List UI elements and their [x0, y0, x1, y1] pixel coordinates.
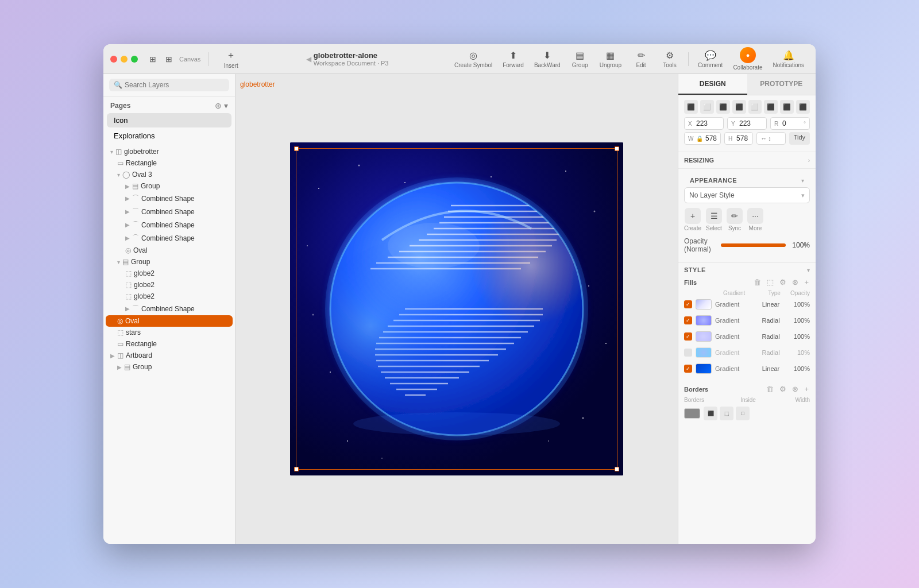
add-page-icon[interactable]: ⊕ — [215, 101, 222, 110]
border-col-headers: Borders Inside Width — [684, 397, 810, 404]
layer-oval3[interactable]: ▾ ◯ Oval 3 — [106, 169, 233, 180]
delete-border-icon[interactable]: 🗑 — [765, 384, 775, 394]
tab-prototype[interactable]: PROTOTYPE — [747, 74, 816, 95]
canvas-view-toggle[interactable]: ⊞ — [147, 55, 159, 64]
gradient-preview-3[interactable] — [696, 331, 712, 342]
layer-oval1[interactable]: ◎ Oval — [106, 245, 233, 256]
pages-actions[interactable]: ⊕ ▾ — [215, 101, 228, 110]
distribute-v-btn[interactable]: ⬛ — [796, 100, 810, 114]
pages-chevron-icon[interactable]: ▾ — [224, 101, 228, 110]
search-input[interactable] — [125, 81, 225, 89]
notifications-button[interactable]: 🔔 Notifications — [769, 48, 809, 71]
layer-rectangle2[interactable]: ▭ Rectangle — [106, 338, 233, 350]
gradient-preview-2[interactable] — [696, 315, 712, 326]
layer-group1[interactable]: ▶ ▤ Group — [106, 180, 233, 192]
close-button[interactable] — [110, 56, 117, 63]
layer-cs3[interactable]: ▶ ⌒ Combined Shape — [106, 218, 233, 231]
collaborate-button[interactable]: ● Collaborate — [728, 45, 767, 73]
border-inside-btn[interactable]: ⬛ — [704, 407, 717, 420]
border-center-btn[interactable]: ⬚ — [720, 407, 733, 420]
more-style-btn[interactable]: ··· More — [747, 208, 763, 231]
layer-group2[interactable]: ▾ ▤ Group — [106, 256, 233, 268]
h-field[interactable]: H 578 — [724, 132, 753, 145]
select-style-btn[interactable]: ☰ Select — [706, 208, 722, 231]
layer-artboard[interactable]: ▶ ◫ Artboard — [106, 350, 233, 361]
y-field[interactable]: Y 223 — [727, 117, 767, 130]
edit-style-btn[interactable]: ✏ Sync — [727, 208, 743, 231]
layer-group3[interactable]: ▶ ▤ Group — [106, 361, 233, 373]
page-item-icon[interactable]: Icon — [107, 113, 231, 127]
delete-fill-icon[interactable]: 🗑 — [752, 277, 762, 288]
flip-field[interactable]: ↔ ↕ — [756, 132, 785, 145]
layer-globetrotter[interactable]: ▾ ◫ globetrotter — [106, 146, 233, 157]
align-center-h-btn[interactable]: ⬜ — [700, 100, 714, 114]
tools-button[interactable]: ⚙ Tools — [656, 48, 684, 71]
appearance-chevron[interactable]: ▾ — [801, 177, 804, 184]
search-wrap[interactable]: 🔍 — [109, 79, 229, 91]
gradient-preview-4[interactable] — [696, 347, 712, 358]
layer-oval-selected[interactable]: ◎ Oval — [106, 315, 233, 327]
x-field[interactable]: X 223 — [684, 117, 724, 130]
fill-check-3[interactable]: ✓ — [684, 332, 692, 341]
layer-cs5[interactable]: ▶ ⌒ Combined Shape — [106, 302, 233, 315]
opacity-slider[interactable] — [721, 243, 786, 247]
align-right-btn[interactable]: ⬛ — [716, 100, 730, 114]
r-field[interactable]: R 0 ° — [770, 117, 810, 130]
insert-button[interactable]: ＋ Insert — [217, 47, 245, 71]
layer-globe2c[interactable]: ⬚ globe2 — [106, 291, 233, 302]
ungroup-button[interactable]: ▦ Ungroup — [595, 48, 626, 71]
layer-cs1[interactable]: ▶ ⌒ Combined Shape — [106, 192, 233, 205]
layer-stars[interactable]: ⬚ stars — [106, 327, 233, 338]
forward-button[interactable]: ⬆ Forward — [498, 48, 528, 71]
align-middle-btn[interactable]: ⬜ — [748, 100, 762, 114]
maximize-button[interactable] — [131, 56, 138, 63]
fill-check-4[interactable] — [684, 349, 692, 357]
layer-cs2[interactable]: ▶ ⌒ Combined Shape — [106, 205, 233, 218]
align-bottom-btn[interactable]: ⬛ — [764, 100, 778, 114]
expand-icon: ▶ — [110, 353, 115, 359]
comment-button[interactable]: 💬 Comment — [693, 48, 727, 71]
distribute-h-btn[interactable]: ⬛ — [780, 100, 794, 114]
tab-design[interactable]: DESIGN — [678, 74, 747, 95]
layer-label: Group — [131, 258, 150, 266]
settings-fill-icon[interactable]: ⚙ — [778, 277, 787, 288]
border-color-swatch[interactable] — [684, 408, 700, 419]
grid-toggle[interactable]: ⊞ — [163, 55, 175, 64]
gradient-preview-1[interactable] — [696, 299, 712, 310]
svg-point-6 — [594, 211, 596, 212]
layer-rectangle1[interactable]: ▭ Rectangle — [106, 157, 233, 169]
canvas-content[interactable] — [235, 74, 678, 544]
w-field[interactable]: W 🔒 578 — [684, 132, 721, 145]
artboard[interactable] — [290, 142, 623, 475]
resizing-section[interactable]: RESIZING › — [678, 152, 816, 169]
canvas-area[interactable]: globetrotter — [235, 74, 678, 544]
add-border-icon[interactable]: + — [803, 384, 810, 394]
layer-cs4[interactable]: ▶ ⌒ Combined Shape — [106, 231, 233, 245]
align-left-btn[interactable]: ⬛ — [684, 100, 698, 114]
minimize-button[interactable] — [121, 56, 128, 63]
fill-check-2[interactable]: ✓ — [684, 316, 692, 324]
gradient-label-1: Gradient — [715, 301, 752, 308]
tidy-button[interactable]: Tidy — [789, 132, 810, 145]
stop-border-icon[interactable]: ⊗ — [791, 384, 800, 394]
create-symbol-button[interactable]: ◎ Create Symbol — [450, 48, 497, 71]
layer-globe2b[interactable]: ⬚ globe2 — [106, 279, 233, 291]
group-button[interactable]: ▤ Group — [566, 48, 594, 71]
layer-globe2a[interactable]: ⬚ globe2 — [106, 268, 233, 279]
fill-check-5[interactable]: ✓ — [684, 365, 692, 373]
fill-check-1[interactable]: ✓ — [684, 300, 692, 308]
add-fill-icon[interactable]: + — [803, 277, 810, 288]
style-chevron[interactable]: ▾ — [807, 267, 810, 273]
layer-style-row[interactable]: No Layer Style ▾ — [684, 187, 810, 203]
create-style-btn[interactable]: + Create — [684, 208, 701, 231]
stop-fill-icon[interactable]: ⊗ — [791, 277, 800, 288]
align-top-btn[interactable]: ⬛ — [732, 100, 746, 114]
edit-button[interactable]: ✏ Edit — [627, 48, 655, 71]
copy-fill-icon[interactable]: ⬚ — [766, 277, 775, 288]
resizing-chevron[interactable]: › — [808, 157, 810, 164]
border-outside-btn[interactable]: □ — [736, 407, 750, 420]
gradient-preview-5[interactable] — [696, 363, 712, 374]
settings-border-icon[interactable]: ⚙ — [778, 384, 787, 394]
backward-button[interactable]: ⬇ BackWard — [530, 48, 565, 71]
page-item-explorations[interactable]: Explorations — [107, 129, 231, 143]
